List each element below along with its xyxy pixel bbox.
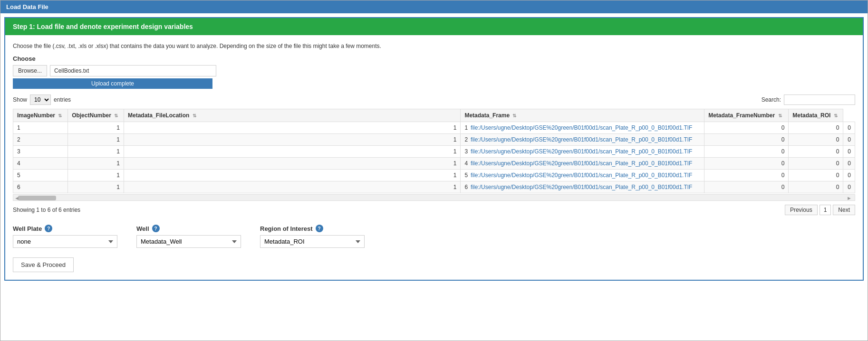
- cell-frame: 0: [704, 146, 789, 158]
- table-footer: Showing 1 to 6 of 6 entries Previous 1 N…: [13, 205, 855, 215]
- next-button[interactable]: Next: [833, 205, 855, 215]
- well-label-row: Well ?: [136, 225, 241, 232]
- th-frame[interactable]: Metadata_Frame ⇅: [461, 109, 704, 122]
- current-page: 1: [820, 205, 831, 215]
- show-label: Show: [13, 96, 27, 103]
- upload-status-text: Upload complete: [91, 80, 134, 87]
- pagination: Previous 1 Next: [785, 205, 855, 215]
- entries-select[interactable]: 10 25 50: [30, 95, 51, 105]
- well-plate-help-icon[interactable]: ?: [45, 225, 52, 232]
- previous-button[interactable]: Previous: [785, 205, 818, 215]
- cell-rownumber: 6: [13, 181, 68, 193]
- cell-filelocation: 4file:/Users/ugne/Desktop/GSE%20green/B0…: [461, 158, 704, 170]
- cell-rownumber: 2: [13, 134, 68, 146]
- cell-imagenumber: 1: [68, 158, 124, 170]
- cell-framenumber: 0: [789, 181, 843, 193]
- description-text: Choose the file (.csv, .txt, .xls or .xl…: [13, 43, 855, 49]
- table-row: 4 1 1 4file:/Users/ugne/Desktop/GSE%20gr…: [13, 158, 855, 170]
- window-title: Load Data File: [6, 3, 48, 10]
- cell-imagenumber: 1: [68, 170, 124, 181]
- filelocation-link[interactable]: file:/Users/ugne/Desktop/GSE%20green/B01…: [471, 124, 692, 131]
- roi-label-row: Region of Interest ?: [260, 225, 365, 232]
- cell-framenumber: 0: [789, 170, 843, 181]
- th-imagenumber[interactable]: ImageNumber ⇅: [13, 109, 68, 122]
- cell-frame: 0: [704, 170, 789, 181]
- well-plate-label: Well Plate: [13, 225, 42, 232]
- roi-select[interactable]: Metadata_ROI none: [260, 235, 365, 248]
- th-framenumber[interactable]: Metadata_FrameNumber ⇅: [704, 109, 789, 122]
- table-controls: Show 10 25 50 entries Search:: [13, 95, 855, 105]
- th-objectnumber[interactable]: ObjectNumber ⇅: [68, 109, 124, 122]
- well-help-icon[interactable]: ?: [152, 225, 160, 232]
- cell-roi: 0: [843, 134, 855, 146]
- roi-label: Region of Interest: [260, 225, 313, 232]
- table-head: ImageNumber ⇅ ObjectNumber ⇅ Metadata_Fi…: [13, 109, 855, 122]
- table-row: 5 1 1 5file:/Users/ugne/Desktop/GSE%20gr…: [13, 170, 855, 181]
- scroll-right-arrow[interactable]: ►: [847, 195, 852, 201]
- well-label: Well: [136, 225, 149, 232]
- content-area: Choose the file (.csv, .txt, .xls or .xl…: [5, 35, 863, 280]
- cell-filelocation: 3file:/Users/ugne/Desktop/GSE%20green/B0…: [461, 146, 704, 158]
- cell-objectnumber: 1: [124, 170, 461, 181]
- th-filelocation[interactable]: Metadata_FileLocation ⇅: [124, 109, 461, 122]
- save-proceed-button[interactable]: Save & Proceed: [13, 257, 74, 272]
- scroll-left-arrow[interactable]: ◄: [14, 195, 19, 201]
- filelocation-link[interactable]: file:/Users/ugne/Desktop/GSE%20green/B01…: [471, 148, 692, 155]
- well-plate-label-row: Well Plate ?: [13, 225, 117, 232]
- search-input[interactable]: [784, 95, 855, 105]
- step-header-text: Step 1: Load file and denote experiment …: [13, 23, 193, 30]
- cell-filelocation: 2file:/Users/ugne/Desktop/GSE%20green/B0…: [461, 134, 704, 146]
- filelocation-link[interactable]: file:/Users/ugne/Desktop/GSE%20green/B01…: [471, 160, 692, 167]
- choose-label: Choose: [13, 55, 855, 62]
- well-plate-group: Well Plate ? none Metadata_WellPlate: [13, 225, 117, 248]
- scrollbar-thumb[interactable]: [18, 196, 56, 200]
- main-window: Load Data File Step 1: Load file and den…: [0, 0, 868, 341]
- cell-objectnumber: 1: [124, 158, 461, 170]
- cell-framenumber: 0: [789, 158, 843, 170]
- cell-objectnumber: 1: [124, 122, 461, 134]
- cell-framenumber: 0: [789, 134, 843, 146]
- upload-status-bar: Upload complete: [13, 78, 212, 89]
- cell-rownumber: 1: [13, 122, 68, 134]
- cell-rownumber: 4: [13, 158, 68, 170]
- filelocation-link[interactable]: file:/Users/ugne/Desktop/GSE%20green/B01…: [471, 184, 692, 190]
- browse-button[interactable]: Browse...: [13, 65, 47, 76]
- cell-filelocation: 1file:/Users/ugne/Desktop/GSE%20green/B0…: [461, 122, 704, 134]
- cell-framenumber: 0: [789, 122, 843, 134]
- entries-label: entries: [54, 96, 71, 103]
- bottom-section: Well Plate ? none Metadata_WellPlate Wel…: [13, 225, 855, 248]
- cell-roi: 0: [843, 158, 855, 170]
- cell-roi: 0: [843, 122, 855, 134]
- cell-filelocation: 5file:/Users/ugne/Desktop/GSE%20green/B0…: [461, 170, 704, 181]
- roi-help-icon[interactable]: ?: [316, 225, 323, 232]
- th-roi[interactable]: Metadata_ROI ⇅: [789, 109, 843, 122]
- cell-frame: 0: [704, 134, 789, 146]
- well-group: Well ? Metadata_Well none: [136, 225, 241, 248]
- cell-rownumber: 5: [13, 170, 68, 181]
- table-row: 6 1 1 6file:/Users/ugne/Desktop/GSE%20gr…: [13, 181, 855, 193]
- horizontal-scrollbar[interactable]: ► ◄: [13, 194, 855, 201]
- cell-imagenumber: 1: [68, 181, 124, 193]
- showing-entries: Showing 1 to 6 of 6 entries: [13, 207, 80, 213]
- outer-border: Step 1: Load file and denote experiment …: [4, 17, 864, 281]
- cell-filelocation: 6file:/Users/ugne/Desktop/GSE%20green/B0…: [461, 181, 704, 193]
- roi-group: Region of Interest ? Metadata_ROI none: [260, 225, 365, 248]
- table-row: 2 1 1 2file:/Users/ugne/Desktop/GSE%20gr…: [13, 134, 855, 146]
- filelocation-link[interactable]: file:/Users/ugne/Desktop/GSE%20green/B01…: [471, 136, 692, 143]
- step-header: Step 1: Load file and denote experiment …: [5, 18, 863, 35]
- cell-frame: 0: [704, 122, 789, 134]
- table-header-row: ImageNumber ⇅ ObjectNumber ⇅ Metadata_Fi…: [13, 109, 855, 122]
- cell-imagenumber: 1: [68, 122, 124, 134]
- cell-frame: 0: [704, 158, 789, 170]
- file-row: Browse... CellBodies.txt: [13, 65, 855, 76]
- cell-rownumber: 3: [13, 146, 68, 158]
- cell-objectnumber: 1: [124, 146, 461, 158]
- search-box: Search:: [762, 95, 855, 105]
- cell-roi: 0: [843, 181, 855, 193]
- cell-imagenumber: 1: [68, 134, 124, 146]
- well-select[interactable]: Metadata_Well none: [136, 235, 241, 248]
- filelocation-link[interactable]: file:/Users/ugne/Desktop/GSE%20green/B01…: [471, 172, 692, 179]
- well-plate-select[interactable]: none Metadata_WellPlate: [13, 235, 117, 248]
- cell-imagenumber: 1: [68, 146, 124, 158]
- cell-objectnumber: 1: [124, 134, 461, 146]
